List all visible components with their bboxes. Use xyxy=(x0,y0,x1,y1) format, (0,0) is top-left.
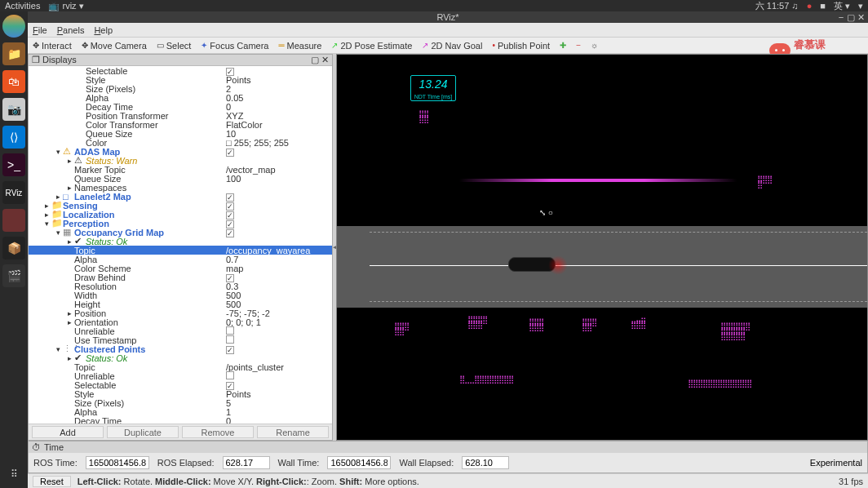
tree-row[interactable]: Color Schememap xyxy=(29,264,332,273)
dock-app2[interactable]: 📦 xyxy=(2,237,25,260)
stop-icon[interactable]: ■ xyxy=(820,1,826,11)
checkbox-icon[interactable] xyxy=(226,371,234,379)
dock-apps-grid[interactable]: ⠿ xyxy=(11,468,18,480)
tree-row[interactable]: Size (Pixels)5 xyxy=(29,398,332,407)
tree-row[interactable]: Marker Topic/vector_map xyxy=(29,165,332,174)
tree-row[interactable]: ▸✔Status: Ok xyxy=(29,237,332,246)
tool-select[interactable]: ▭Select xyxy=(157,41,192,51)
dock-software[interactable]: 🛍 xyxy=(2,70,25,93)
expand-icon[interactable]: ▸ xyxy=(66,184,73,192)
dock-app1[interactable] xyxy=(2,209,25,232)
clock[interactable]: 六 11:57 ♫ xyxy=(755,0,799,12)
row-value[interactable]: 100 xyxy=(226,174,332,184)
menu-panels[interactable]: Panels xyxy=(57,25,85,35)
tree-row[interactable]: Decay Time0 xyxy=(29,416,332,424)
activities-button[interactable]: Activities xyxy=(5,1,40,11)
checkbox-icon[interactable]: ✓ xyxy=(226,149,234,157)
row-value[interactable]: ✓ xyxy=(226,344,332,354)
tree-row[interactable]: Size (Pixels)2 xyxy=(29,84,332,93)
row-value[interactable]: ✓ xyxy=(226,147,332,157)
expand-icon[interactable]: ▸ xyxy=(55,193,61,201)
panel-detach-icon[interactable]: ▢ xyxy=(311,55,319,65)
tool-gear-icon[interactable]: ☼ xyxy=(591,41,598,50)
panel-close-icon[interactable]: ✕ xyxy=(321,55,329,65)
tool-2d-pose[interactable]: ↗2D Pose Estimate xyxy=(331,41,412,51)
tree-row[interactable]: Alpha1 xyxy=(29,407,332,416)
tree-row[interactable]: Selectable✓ xyxy=(29,380,332,389)
tree-row[interactable]: Topic/occupancy_wayarea xyxy=(29,246,332,255)
checkbox-icon[interactable]: ✓ xyxy=(226,346,234,354)
tree-row[interactable]: Decay Time0 xyxy=(29,102,332,111)
displays-tree[interactable]: Selectable✓StylePointsSize (Pixels)2Alph… xyxy=(29,66,332,424)
tree-row[interactable]: StylePoints xyxy=(29,75,332,84)
rename-button[interactable]: Rename xyxy=(257,426,329,438)
ros-time-input[interactable] xyxy=(86,456,149,469)
tree-row[interactable]: Alpha0.05 xyxy=(29,93,332,102)
tool-interact[interactable]: ✥Interact xyxy=(33,41,72,51)
minimize-icon[interactable]: − xyxy=(837,13,845,21)
remove-button[interactable]: Remove xyxy=(182,426,254,438)
tool-move-camera[interactable]: ✥Move Camera xyxy=(82,41,147,51)
dock-screenshot[interactable]: 📷 xyxy=(2,98,25,121)
tool-focus-camera[interactable]: ✦Focus Camera xyxy=(201,41,268,51)
tree-row[interactable]: Unreliable xyxy=(29,326,332,335)
tree-row[interactable]: Topic/points_cluster xyxy=(29,362,332,371)
tree-row[interactable]: Selectable✓ xyxy=(29,66,332,75)
close-icon[interactable]: ✕ xyxy=(857,13,865,21)
tool-remove-icon[interactable]: − xyxy=(576,41,581,50)
tree-row[interactable]: ▸Namespaces xyxy=(29,183,332,192)
3d-viewport[interactable]: 13.24 NDT Time [ms] ⣿⣿⣿⣿ ⣿⣿⣿⣿⣿ ⣿⣿⣿⣿⣿⣿⣿ ⣿… xyxy=(336,54,868,441)
lang-indicator[interactable]: 英 ▾ xyxy=(834,0,850,12)
record-icon[interactable]: ● xyxy=(807,1,813,11)
expand-icon[interactable]: ▸ xyxy=(66,157,73,165)
tree-row[interactable]: Height500 xyxy=(29,299,332,308)
tree-row[interactable]: Queue Size10 xyxy=(29,129,332,138)
tool-2d-nav[interactable]: ↗2D Nav Goal xyxy=(422,41,482,51)
checkbox-icon[interactable]: ✓ xyxy=(226,229,234,237)
dock-app3[interactable]: 🎬 xyxy=(2,264,25,287)
maximize-icon[interactable]: ▢ xyxy=(847,13,855,21)
tree-row[interactable]: Color TransformerFlatColor xyxy=(29,120,332,129)
app-indicator[interactable]: 📺 rviz ▾ xyxy=(48,1,83,11)
tree-row[interactable]: Position TransformerXYZ xyxy=(29,111,332,120)
tree-row[interactable]: Resolution0.3 xyxy=(29,282,332,291)
tree-row[interactable]: Unreliable xyxy=(29,371,332,380)
duplicate-button[interactable]: Duplicate xyxy=(107,426,179,438)
dock-chrome[interactable] xyxy=(2,15,25,38)
expand-icon[interactable]: ▾ xyxy=(43,220,50,228)
tree-row[interactable]: Queue Size100 xyxy=(29,174,332,183)
dock-vscode[interactable]: ⟨⟩ xyxy=(2,126,25,149)
tool-measure[interactable]: ═Measure xyxy=(278,41,321,51)
expand-icon[interactable]: ▸ xyxy=(66,237,73,246)
dock-terminal[interactable]: >_ xyxy=(2,153,25,176)
tool-publish-point[interactable]: •Publish Point xyxy=(492,41,550,51)
tree-row[interactable]: Width500 xyxy=(29,291,332,299)
menu-help[interactable]: Help xyxy=(94,25,113,35)
expand-icon[interactable]: ▸ xyxy=(43,202,50,210)
row-value[interactable]: 0 xyxy=(226,416,332,424)
expand-icon[interactable]: ▸ xyxy=(43,211,50,219)
tree-row[interactable]: ▸⚠Status: Warn xyxy=(29,156,332,165)
add-button[interactable]: Add xyxy=(32,426,104,438)
expand-icon[interactable]: ▾ xyxy=(55,148,61,156)
tree-row[interactable]: ▸Position-75; -75; -2 xyxy=(29,308,332,317)
checkbox-icon[interactable] xyxy=(226,326,234,335)
expand-icon[interactable]: ▸ xyxy=(66,354,73,362)
expand-icon[interactable]: ▾ xyxy=(55,345,61,353)
tree-row[interactable]: Draw Behind✓ xyxy=(29,273,332,282)
tree-row[interactable]: Alpha0.7 xyxy=(29,255,332,264)
dock-files[interactable]: 📁 xyxy=(2,42,25,65)
system-icon[interactable]: ▾ xyxy=(858,1,863,11)
expand-icon[interactable]: ▸ xyxy=(66,309,73,317)
dock-rviz[interactable]: RViz xyxy=(2,181,25,204)
expand-icon[interactable]: ▸ xyxy=(66,318,73,326)
wall-elapsed-input[interactable] xyxy=(462,456,509,469)
reset-button[interactable]: Reset xyxy=(33,476,71,487)
tree-row[interactable]: StylePoints xyxy=(29,389,332,398)
row-value[interactable]: ✓ xyxy=(226,228,332,237)
tree-row[interactable]: ▸Orientation0; 0; 0; 1 xyxy=(29,317,332,326)
ros-elapsed-input[interactable] xyxy=(223,456,270,469)
tool-add-icon[interactable]: ✚ xyxy=(560,41,566,50)
wall-time-input[interactable] xyxy=(327,456,391,469)
tree-row[interactable]: ▸✔Status: Ok xyxy=(29,353,332,362)
